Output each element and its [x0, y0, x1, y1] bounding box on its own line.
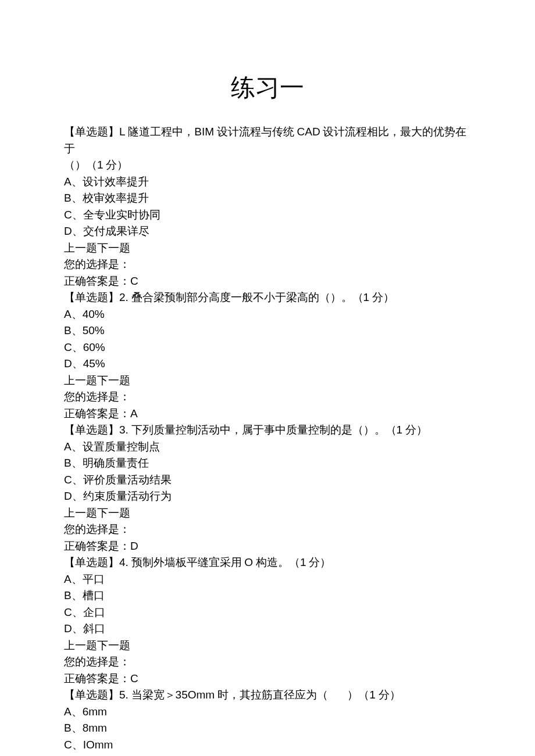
- question: 【单选题】5. 当梁宽＞35Omm 时，其拉筋直径应为（ ）（1 分）A、6mm…: [64, 687, 471, 756]
- your-choice: 您的选择是：: [64, 521, 471, 538]
- page-title: 练习一: [64, 70, 471, 106]
- question-stem: 【单选题】3. 下列质量控制活动中，属于事中质量控制的是（）。（1 分）: [64, 422, 471, 439]
- questions-container: 【单选题】L 隧道工程中，BIM 设计流程与传统 CAD 设计流程相比，最大的优…: [64, 124, 471, 756]
- question-stem: 【单选题】L 隧道工程中，BIM 设计流程与传统 CAD 设计流程相比，最大的优…: [64, 124, 471, 157]
- question-stem: 【单选题】4. 预制外墙板平缝宜采用 O 构造。（1 分）: [64, 554, 471, 571]
- option[interactable]: A、平口: [64, 571, 471, 588]
- correct-answer: 正确答案是：C: [64, 273, 471, 290]
- your-choice: 您的选择是：: [64, 389, 471, 406]
- option[interactable]: B、8mm: [64, 720, 471, 737]
- option[interactable]: A、设置质量控制点: [64, 439, 471, 456]
- option[interactable]: C、企口: [64, 604, 471, 621]
- question: 【单选题】2. 叠合梁预制部分高度一般不小于梁高的（）。（1 分）A、40%B、…: [64, 289, 471, 422]
- option[interactable]: D、约束质量活动行为: [64, 488, 471, 505]
- option[interactable]: D、45%: [64, 356, 471, 372]
- correct-answer: 正确答案是：D: [64, 538, 471, 555]
- nav-prev-next[interactable]: 上一题下一题: [64, 505, 471, 522]
- nav-prev-next[interactable]: 上一题下一题: [64, 372, 471, 389]
- your-choice: 您的选择是：: [64, 256, 471, 273]
- question-stem: 【单选题】2. 叠合梁预制部分高度一般不小于梁高的（）。（1 分）: [64, 289, 471, 306]
- option[interactable]: C、IOmm: [64, 737, 471, 754]
- question: 【单选题】4. 预制外墙板平缝宜采用 O 构造。（1 分）A、平口B、槽口C、企…: [64, 554, 471, 687]
- option[interactable]: B、校审效率提升: [64, 190, 471, 207]
- your-choice: 您的选择是：: [64, 654, 471, 671]
- option[interactable]: C、60%: [64, 339, 471, 356]
- correct-answer: 正确答案是：C: [64, 671, 471, 687]
- option[interactable]: A、40%: [64, 306, 471, 323]
- nav-prev-next[interactable]: 上一题下一题: [64, 637, 471, 654]
- question-stem: 【单选题】5. 当梁宽＞35Omm 时，其拉筋直径应为（ ）（1 分）: [64, 687, 471, 704]
- option[interactable]: D、交付成果详尽: [64, 223, 471, 240]
- nav-prev-next[interactable]: 上一题下一题: [64, 240, 471, 257]
- question: 【单选题】3. 下列质量控制活动中，属于事中质量控制的是（）。（1 分）A、设置…: [64, 422, 471, 554]
- option[interactable]: B、50%: [64, 323, 471, 339]
- option[interactable]: B、槽口: [64, 587, 471, 604]
- option[interactable]: C、全专业实时协同: [64, 207, 471, 224]
- question: 【单选题】L 隧道工程中，BIM 设计流程与传统 CAD 设计流程相比，最大的优…: [64, 124, 471, 289]
- option[interactable]: D、12mm: [64, 753, 471, 756]
- correct-answer: 正确答案是：A: [64, 406, 471, 422]
- option[interactable]: C、评价质量活动结果: [64, 472, 471, 489]
- option[interactable]: B、明确质量责任: [64, 455, 471, 472]
- option[interactable]: D、斜口: [64, 621, 471, 637]
- question-stem-line2: （）（1 分）: [64, 157, 471, 174]
- option[interactable]: A、设计效率提升: [64, 174, 471, 191]
- option[interactable]: A、6mm: [64, 704, 471, 721]
